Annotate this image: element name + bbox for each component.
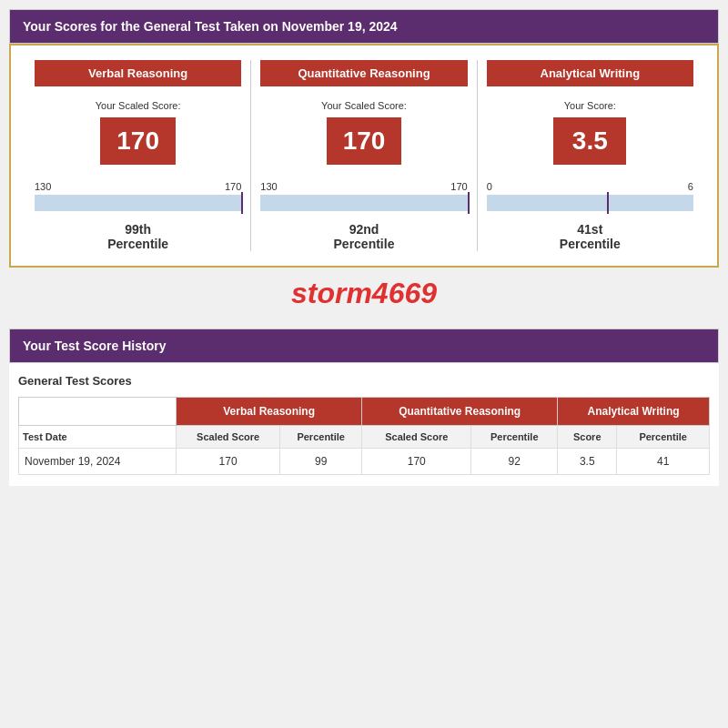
general-test-label: General Test Scores (18, 374, 710, 388)
row-verbal-percentile: 99 (280, 449, 362, 475)
verbal-bar-marker (241, 192, 243, 214)
quant-range-max: 170 (450, 181, 467, 192)
verbal-bar (35, 195, 241, 211)
quant-bar-labels: 130 170 (260, 181, 467, 192)
history-table: Verbal Reasoning Quantitative Reasoning … (18, 397, 710, 475)
history-header: Your Test Score History (9, 329, 719, 363)
quant-scaled-label: Your Scaled Score: (321, 99, 407, 112)
verbal-scaled-label: Your Scaled Score: (96, 99, 181, 112)
writing-scaled-label: Your Score: (564, 99, 616, 112)
scores-header: Your Scores for the General Test Taken o… (9, 9, 719, 44)
row-quant-percentile: 92 (471, 449, 558, 475)
table-header-row: Verbal Reasoning Quantitative Reasoning … (19, 398, 710, 426)
row-verbal-scaled: 170 (177, 449, 280, 475)
verbal-bar-labels: 130 170 (35, 181, 241, 192)
history-body: General Test Scores Verbal Reasoning Qua… (9, 363, 719, 486)
writing-bar-container: 0 6 (487, 181, 693, 211)
quant-range-min: 130 (260, 181, 277, 192)
quant-scaled-header: Scaled Score (362, 426, 471, 449)
row-writing-percentile: 41 (617, 449, 710, 475)
row-date: November 19, 2024 (19, 449, 177, 475)
quant-section: Quantitative Reasoning Your Scaled Score… (251, 60, 477, 251)
date-col-header: Test Date (19, 426, 177, 449)
verbal-range-min: 130 (35, 181, 51, 192)
writing-header: Analytical Writing (558, 398, 710, 426)
writing-bar-labels: 0 6 (487, 181, 693, 192)
verbal-percentile-header: Percentile (280, 426, 362, 449)
verbal-scaled-header: Scaled Score (177, 426, 280, 449)
verbal-range-max: 170 (225, 181, 241, 192)
quant-header: Quantitative Reasoning (362, 398, 558, 426)
quant-bar-marker (468, 192, 470, 214)
writing-title: Analytical Writing (487, 60, 693, 86)
subheader-row: Test Date Scaled Score Percentile Scaled… (19, 426, 710, 449)
writing-bar-marker (607, 192, 609, 214)
row-quant-scaled: 170 (362, 449, 471, 475)
writing-score-badge: 3.5 (553, 117, 626, 165)
verbal-title: Verbal Reasoning (35, 60, 241, 86)
empty-header (19, 398, 177, 426)
quant-percentile: 92ndPercentile (334, 222, 395, 251)
writing-section: Analytical Writing Your Score: 3.5 0 6 4… (478, 60, 703, 251)
table-row: November 19, 2024 170 99 170 92 3.5 41 (19, 449, 710, 475)
writing-score-header: Score (558, 426, 617, 449)
watermark: storm4669 (9, 268, 719, 318)
scores-header-title: Your Scores for the General Test Taken o… (23, 19, 398, 34)
quant-percentile-header: Percentile (471, 426, 558, 449)
verbal-section: Verbal Reasoning Your Scaled Score: 170 … (25, 60, 251, 251)
quant-title: Quantitative Reasoning (260, 60, 467, 86)
row-writing-score: 3.5 (558, 449, 617, 475)
writing-percentile-header: Percentile (617, 426, 710, 449)
writing-bar (487, 195, 693, 211)
verbal-header: Verbal Reasoning (177, 398, 362, 426)
page-wrapper: Your Scores for the General Test Taken o… (9, 9, 719, 486)
verbal-bar-container: 130 170 (35, 181, 241, 211)
quant-bar (260, 195, 467, 211)
verbal-score-badge: 170 (100, 117, 176, 165)
quant-bar-container: 130 170 (260, 181, 467, 211)
writing-range-max: 6 (688, 181, 693, 192)
writing-range-min: 0 (487, 181, 492, 192)
writing-percentile: 41stPercentile (560, 222, 621, 251)
scores-card: Verbal Reasoning Your Scaled Score: 170 … (9, 44, 719, 268)
quant-score-badge: 170 (327, 117, 402, 165)
verbal-percentile: 99thPercentile (107, 222, 168, 251)
history-header-title: Your Test Score History (23, 339, 166, 353)
